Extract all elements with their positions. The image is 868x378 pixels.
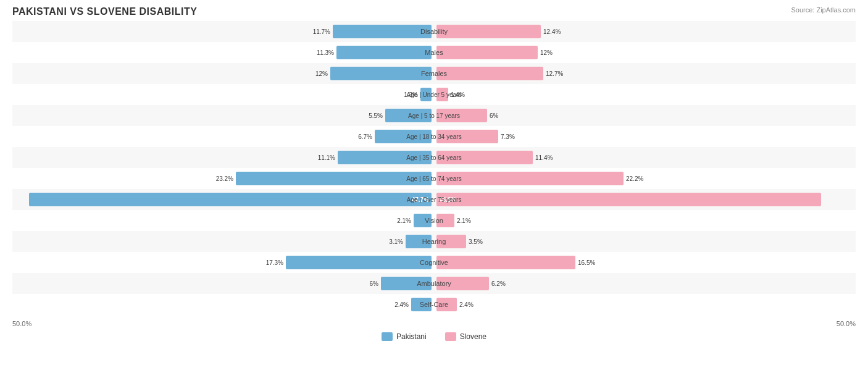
bar-row: 11.1%Age | 35 to 64 years11.4% bbox=[12, 147, 856, 168]
bar-value-left: 5.5% bbox=[369, 112, 383, 119]
right-section: 3.5% bbox=[434, 231, 856, 252]
bar-row: 6%Ambulatory6.2% bbox=[12, 273, 856, 294]
bar-value-right: 22.2% bbox=[626, 175, 643, 182]
bar-pink: 45.6% bbox=[436, 193, 821, 206]
bar-value-left: 6.7% bbox=[358, 133, 372, 140]
bar-row: 12%Females12.7% bbox=[12, 63, 856, 84]
bar-value-right: 6% bbox=[490, 112, 498, 119]
bar-pink bbox=[436, 46, 538, 59]
bar-blue bbox=[330, 67, 432, 80]
bar-label: Age | 65 to 74 years bbox=[406, 175, 461, 182]
legend-pakistani-box bbox=[382, 332, 393, 341]
left-section: 11.3% bbox=[12, 42, 434, 63]
bar-label: Cognitive bbox=[420, 259, 448, 266]
chart-container: PAKISTANI VS SLOVENE DISABILITY Source: … bbox=[0, 0, 868, 378]
bar-label: Ambulatory bbox=[417, 280, 451, 287]
bar-row: 6.7%Age | 18 to 34 years7.3% bbox=[12, 126, 856, 147]
left-section: 1.3% bbox=[12, 84, 434, 105]
left-section: 11.7% bbox=[12, 21, 434, 42]
bar-pink bbox=[436, 67, 543, 80]
bar-row: 2.1%Vision2.1% bbox=[12, 210, 856, 231]
bar-label: Self-Care bbox=[420, 301, 448, 308]
bar-row: 17.3%Cognitive16.5% bbox=[12, 252, 856, 273]
chart-area: 11.7%Disability12.4%11.3%Males12%12%Fema… bbox=[12, 21, 856, 331]
right-section: 12.7% bbox=[434, 63, 856, 84]
bar-value-left: 2.4% bbox=[394, 301, 409, 308]
bar-label: Hearing bbox=[422, 238, 446, 245]
axis-left: 50.0% bbox=[12, 320, 434, 327]
bar-value-left: 2.1% bbox=[397, 217, 411, 224]
right-section: 1.4% bbox=[434, 84, 856, 105]
bar-value-right: 2.4% bbox=[459, 301, 474, 308]
right-section: 2.4% bbox=[434, 294, 856, 315]
axis-right: 50.0% bbox=[434, 320, 856, 327]
left-section: 12% bbox=[12, 63, 434, 84]
right-section: 6.2% bbox=[434, 273, 856, 294]
right-section: 22.2% bbox=[434, 168, 856, 189]
bar-value-right: 12.7% bbox=[546, 70, 563, 77]
bar-row: 11.3%Males12% bbox=[12, 42, 856, 63]
legend-slovene-box bbox=[445, 332, 456, 341]
bar-label: Age | 5 to 17 years bbox=[408, 112, 460, 119]
bar-label: Vision bbox=[425, 217, 443, 224]
bar-label: Age | Over 75 years bbox=[407, 196, 462, 203]
left-section: 6% bbox=[12, 273, 434, 294]
bar-row: 5.5%Age | 5 to 17 years6% bbox=[12, 105, 856, 126]
left-section: 6.7% bbox=[12, 126, 434, 147]
right-section: 2.1% bbox=[434, 210, 856, 231]
legend-pakistani-label: Pakistani bbox=[396, 332, 427, 341]
legend-pakistani: Pakistani bbox=[382, 332, 427, 341]
axis-row: 50.0% 50.0% bbox=[12, 317, 856, 330]
left-section: 11.1% bbox=[12, 147, 434, 168]
bar-value-right: 7.3% bbox=[501, 133, 515, 140]
chart-title: PAKISTANI VS SLOVENE DISABILITY bbox=[12, 6, 856, 17]
bar-row: 23.2%Age | 65 to 74 years22.2% bbox=[12, 168, 856, 189]
bar-row: 11.7%Disability12.4% bbox=[12, 21, 856, 42]
bar-label: Age | 35 to 64 years bbox=[406, 154, 461, 161]
source-label: Source: ZipAtlas.com bbox=[791, 6, 856, 14]
bar-value-right: 16.5% bbox=[578, 259, 595, 266]
bar-label: Females bbox=[421, 70, 447, 77]
left-section: 3.1% bbox=[12, 231, 434, 252]
bar-blue: 47.7% bbox=[29, 193, 432, 206]
right-section: 7.3% bbox=[434, 126, 856, 147]
left-section: 47.7% bbox=[12, 189, 434, 210]
bar-blue bbox=[236, 172, 432, 185]
left-section: 5.5% bbox=[12, 105, 434, 126]
bar-value-right: 2.1% bbox=[457, 217, 471, 224]
bar-value-left: 12% bbox=[315, 70, 328, 77]
bar-value-right: 3.5% bbox=[469, 238, 483, 245]
bar-label: Males bbox=[425, 49, 443, 56]
left-section: 17.3% bbox=[12, 252, 434, 273]
right-section: 6% bbox=[434, 105, 856, 126]
bar-value-left: 11.3% bbox=[317, 49, 334, 56]
bar-value-right: 11.4% bbox=[535, 154, 553, 161]
right-section: 12% bbox=[434, 42, 856, 63]
right-section: 11.4% bbox=[434, 147, 856, 168]
legend-slovene: Slovene bbox=[445, 332, 486, 341]
right-section: 45.6% bbox=[434, 189, 856, 210]
bar-value-left: 11.7% bbox=[313, 28, 330, 35]
bar-value-left: 11.1% bbox=[318, 154, 335, 161]
left-section: 2.1% bbox=[12, 210, 434, 231]
bar-value-left: 6% bbox=[370, 280, 378, 287]
bar-pink bbox=[436, 256, 575, 269]
bar-blue bbox=[336, 46, 432, 59]
bar-value-left: 17.3% bbox=[266, 259, 283, 266]
bar-row: 47.7%Age | Over 75 years45.6% bbox=[12, 189, 856, 210]
bar-blue bbox=[286, 256, 432, 269]
bar-row: 2.4%Self-Care2.4% bbox=[12, 294, 856, 315]
bar-blue bbox=[333, 25, 432, 38]
bar-value-left: 3.1% bbox=[389, 238, 403, 245]
bar-label: Disability bbox=[420, 28, 448, 35]
bar-row: 3.1%Hearing3.5% bbox=[12, 231, 856, 252]
bar-label: Age | 18 to 34 years bbox=[406, 133, 461, 140]
legend: Pakistani Slovene bbox=[12, 332, 856, 341]
bar-value-right: 6.2% bbox=[491, 280, 506, 287]
legend-slovene-label: Slovene bbox=[460, 332, 486, 341]
left-section: 2.4% bbox=[12, 294, 434, 315]
bar-row: 1.3%Age | Under 5 years1.4% bbox=[12, 84, 856, 105]
bar-value-right: 12% bbox=[540, 49, 553, 56]
bar-label: Age | Under 5 years bbox=[407, 91, 462, 98]
left-section: 23.2% bbox=[12, 168, 434, 189]
